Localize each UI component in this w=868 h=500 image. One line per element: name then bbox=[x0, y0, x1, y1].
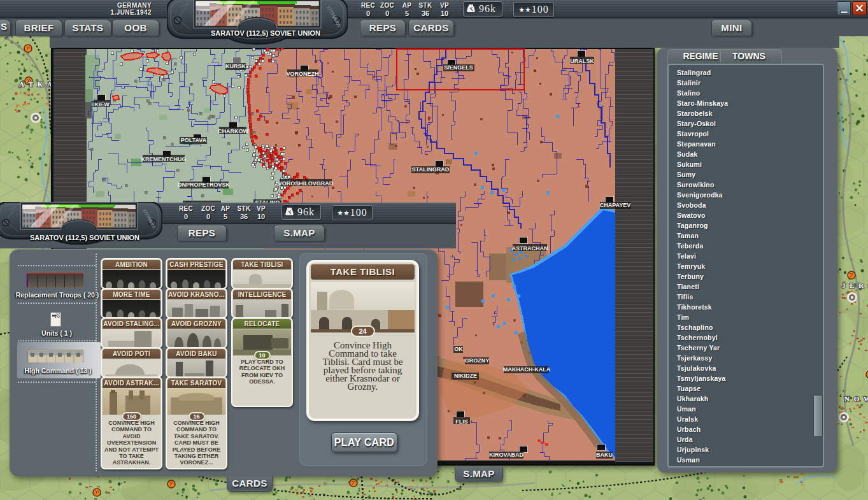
svg-text:KIEW: KIEW bbox=[94, 101, 110, 108]
svg-text:POLTAVA: POLTAVA bbox=[181, 137, 207, 143]
svg-text:URALSK: URALSK bbox=[570, 58, 594, 64]
svg-text:S/ENGELS: S/ENGELS bbox=[444, 64, 473, 71]
svg-text:KURSK: KURSK bbox=[225, 63, 246, 69]
svg-text:A T K A: A T K A bbox=[19, 80, 53, 88]
svg-text:GROZNY: GROZNY bbox=[465, 357, 490, 364]
svg-text:N O W O U: N O W O U bbox=[844, 395, 868, 403]
svg-text:MAKHACH-KALA: MAKHACH-KALA bbox=[503, 366, 551, 373]
svg-text:OK: OK bbox=[454, 346, 463, 352]
svg-text:NIKIDZE: NIKIDZE bbox=[454, 373, 477, 379]
svg-text:KIROVABAD: KIROVABAD bbox=[489, 452, 523, 458]
svg-text:CHARKOW: CHARKOW bbox=[218, 128, 248, 134]
svg-text:VOROSHILOVGRAD: VOROSHILOVGRAD bbox=[278, 180, 334, 187]
svg-text:BAKU: BAKU bbox=[596, 452, 613, 458]
svg-text:VORONEZH: VORONEZH bbox=[286, 71, 318, 77]
svg-text:ASTRACHAN: ASTRACHAN bbox=[512, 245, 548, 252]
svg-text:CHAPAYEV: CHAPAYEV bbox=[600, 202, 631, 208]
svg-text:KREMENTCHUG: KREMENTCHUG bbox=[141, 156, 187, 162]
svg-text:J E R S C: J E R S C bbox=[842, 282, 868, 289]
svg-text:STALINGRAD: STALINGRAD bbox=[412, 166, 450, 173]
svg-text:FLIS: FLIS bbox=[455, 418, 468, 425]
svg-text:DNPROPETROVSK: DNPROPETROVSK bbox=[178, 182, 231, 188]
